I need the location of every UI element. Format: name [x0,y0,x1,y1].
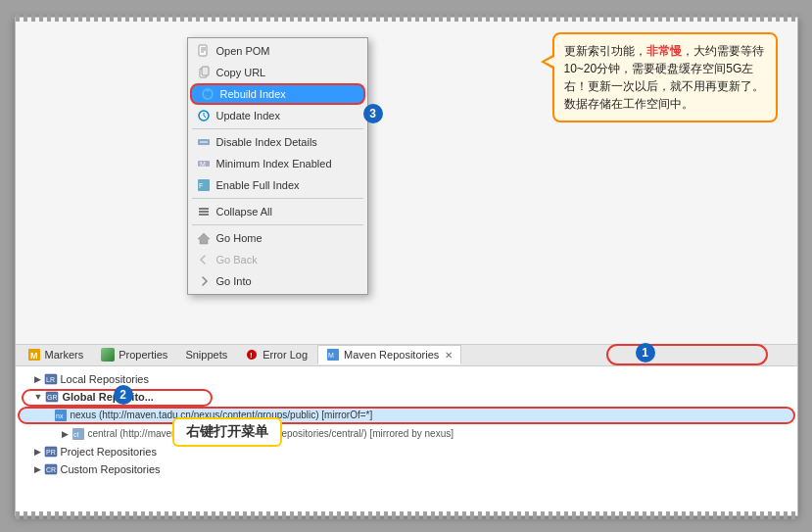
callout-text-before: 更新索引功能， [564,44,646,58]
project-repo-icon: PR [44,445,58,459]
svg-text:F: F [199,182,203,189]
tab-snippets-label: Snippets [185,349,227,361]
svg-text:M: M [200,161,206,168]
custom-repo-label: Custom Repositories [61,463,161,475]
separator-3 [192,224,363,225]
tab-snippets[interactable]: Snippets [177,345,235,364]
tab-maven-label: Maven Repositories [344,349,439,361]
tree-item-custom[interactable]: ▶ CR Custom Repositories [16,460,797,478]
menu-disable-label: Disable Index Details [216,136,317,148]
maven-icon: M [326,348,340,362]
menu-go-into[interactable]: Go Into [188,270,367,292]
menu-go-home[interactable]: Go Home [188,227,367,249]
menu-go-into-label: Go Into [216,275,252,287]
local-repo-icon: LR [44,372,58,386]
tab-error-label: Error Log [263,349,308,361]
separator-2 [192,198,363,199]
tree-panel: ▶ LR Local Repositories ▼ GR Global Repo… [16,366,797,482]
svg-text:GR: GR [47,394,58,401]
menu-disable-index[interactable]: Disable Index Details [188,131,367,153]
menu-collapse-all[interactable]: Collapse All [188,201,367,222]
rebuild-icon [200,86,215,102]
menu-full-label: Enable Full Index [216,179,300,191]
badge-1: 1 [636,343,655,363]
menu-update-label: Update Index [216,110,280,121]
nexus-repo-icon: nx [54,409,68,422]
badge-3: 3 [363,104,383,123]
properties-icon [101,348,115,362]
callout-highlight: 非常慢 [646,44,682,58]
rightclick-label: 右键打开菜单 [172,417,282,447]
tab-markers[interactable]: M Markers [20,345,92,364]
svg-text:nx: nx [56,412,64,419]
doc-icon [196,43,212,59]
svg-text:LR: LR [46,376,55,383]
svg-rect-23 [202,67,209,75]
menu-go-back-label: Go Back [216,254,258,266]
menu-go-back[interactable]: Go Back [188,249,367,270]
arrow-central: ▶ [62,429,69,439]
copy-icon [196,65,212,80]
tree-item-nexus[interactable]: nx nexus (http://maven.tadu.cn/nexus/con… [18,407,795,424]
home-icon [196,230,212,246]
tab-close-button[interactable]: ✕ [445,350,453,361]
arrow-custom: ▶ [34,464,41,474]
disable-index-icon [196,134,212,150]
menu-go-home-label: Go Home [216,232,263,244]
menu-min-index[interactable]: M Minimum Index Enabled [188,153,367,174]
menu-min-label: Minimum Index Enabled [216,158,332,169]
tab-maven-repositories[interactable]: M Maven Repositories ✕ [317,345,461,364]
callout-bubble: 更新索引功能，非常慢，大约需要等待10~20分钟，需要硬盘缓存空间5G左右！更新… [552,32,778,122]
tab-markers-label: Markers [45,349,84,361]
local-repo-label: Local Repositories [61,373,150,385]
svg-text:PR: PR [46,449,56,456]
markers-icon: M [27,348,41,362]
min-index-icon: M [196,156,212,171]
arrow-global: ▼ [34,392,43,402]
project-repo-label: Project Repositories [61,446,157,458]
svg-text:!: ! [250,351,253,360]
tab-properties-label: Properties [119,349,167,361]
context-menu: Open POM Copy URL Rebuild Index [187,37,368,295]
tree-item-central[interactable]: ▶ ct central (http://maven.tadu.cn/nexus… [16,425,797,443]
menu-open-pom-label: Open POM [216,45,270,57]
svg-rect-18 [199,45,207,56]
tab-error-log[interactable]: ! Error Log [237,345,315,364]
menu-collapse-label: Collapse All [216,206,272,218]
error-log-icon: ! [245,348,259,362]
menu-full-index[interactable]: F Enable Full Index [188,174,367,196]
menu-copy-url-label: Copy URL [216,67,266,78]
custom-repo-icon: CR [44,462,58,476]
menu-update-index[interactable]: Update Index [188,105,367,126]
tab-properties[interactable]: Properties [93,345,175,364]
full-index-icon: F [196,177,212,193]
svg-text:ct: ct [73,431,79,438]
back-icon [196,252,212,267]
screenshot-wrapper: M Markers Properties Snippets ! Error Lo… [15,17,798,516]
tree-item-project[interactable]: ▶ PR Project Repositories [16,443,797,460]
arrow-local: ▶ [34,374,41,384]
svg-text:CR: CR [46,466,56,473]
badge-2: 2 [114,385,133,405]
into-icon [196,273,212,289]
tab-bar: M Markers Properties Snippets ! Error Lo… [16,345,797,366]
menu-rebuild-index[interactable]: Rebuild Index [190,83,365,105]
menu-copy-url[interactable]: Copy URL [188,62,367,83]
svg-text:M: M [30,351,38,361]
ide-area: M Markers Properties Snippets ! Error Lo… [16,18,797,515]
rightclick-text: 右键打开菜单 [186,423,268,439]
collapse-icon [196,204,212,219]
update-icon [196,108,212,123]
svg-text:M: M [328,352,334,359]
global-repo-icon: GR [45,390,59,404]
global-repo-label: Global Reposito... [62,391,154,403]
tree-item-local[interactable]: ▶ LR Local Repositories [16,370,797,388]
bottom-panel: M Markers Properties Snippets ! Error Lo… [16,344,797,515]
central-repo-icon: ct [72,427,85,441]
menu-open-pom[interactable]: Open POM [188,40,367,62]
menu-rebuild-label: Rebuild Index [220,88,286,100]
separator-1 [192,128,363,129]
arrow-project: ▶ [34,447,41,457]
